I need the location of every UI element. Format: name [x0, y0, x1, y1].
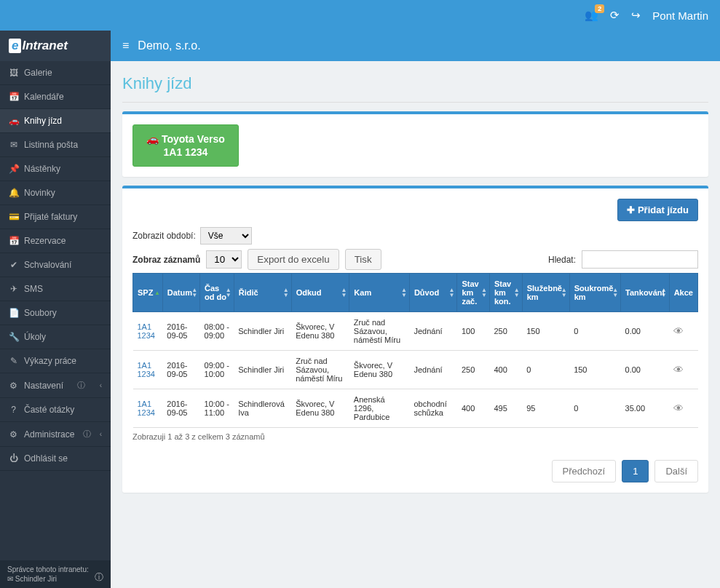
nav-icon: ⏻ [9, 453, 18, 464]
sidebar-item-6[interactable]: 💳Přijaté faktury [0, 205, 111, 229]
car-plate: 1A1 1234 [164, 146, 208, 158]
nav-icon: ✎ [9, 356, 18, 366]
view-icon[interactable]: 👁 [673, 402, 684, 414]
col-8[interactable]: Stav km kon.▲▼ [489, 274, 522, 312]
col-5[interactable]: Kam▲▼ [349, 274, 410, 312]
spz-link[interactable]: 1A1 1234 [138, 361, 155, 378]
col-12[interactable]: Akce [669, 274, 697, 312]
col-3[interactable]: Řidič▲▼ [234, 274, 291, 312]
sidebar-item-11[interactable]: 🔧Úkoly [0, 325, 111, 349]
nav-icon: ✈ [9, 284, 18, 294]
nav-label: Přijaté faktury [24, 212, 77, 222]
rides-table: SPZ▲Datum▲▼Čas od do▲▼Řidič▲▼Odkud▲▼Kam▲… [132, 273, 698, 428]
nav-label: Novinky [24, 188, 55, 198]
nav-label: Soubory [24, 308, 57, 318]
print-button[interactable]: Tisk [345, 249, 381, 270]
sidebar-item-2[interactable]: 🚗Knihy jízd [0, 109, 111, 133]
car-icon: 🚗 [146, 133, 159, 145]
menu-toggle-icon[interactable]: ≡ [122, 39, 129, 52]
col-4[interactable]: Odkud▲▼ [291, 274, 349, 312]
sidebar-item-16[interactable]: ⏻Odhlásit se [0, 447, 111, 471]
nav-icon: 🖼 [9, 68, 18, 78]
nav-label: Odhlásit se [24, 453, 68, 464]
nav-icon: ? [9, 405, 18, 415]
sidebar-item-7[interactable]: 📅Rezervace [0, 229, 111, 253]
sidebar-item-1[interactable]: 📅Kalendáře [0, 85, 111, 109]
search-input[interactable] [582, 250, 698, 269]
page-1-button[interactable]: 1 [622, 460, 649, 482]
car-name: Toyota Verso [162, 133, 225, 145]
sidebar-item-9[interactable]: ✈SMS [0, 277, 111, 301]
sidebar-item-8[interactable]: ✔Schvalování [0, 253, 111, 277]
nav-label: Administrace [24, 429, 74, 440]
sidebar-item-3[interactable]: ✉Listinná pošta [0, 133, 111, 157]
prev-button[interactable]: Předchozí [552, 460, 617, 482]
nav-label: Knihy jízd [24, 116, 62, 126]
nav-label: Úkoly [24, 332, 46, 342]
nav-icon: 🚗 [9, 116, 18, 126]
user-menu[interactable]: Pont Martin [652, 9, 708, 22]
sidebar-item-0[interactable]: 🖼Galerie [0, 61, 111, 85]
logo[interactable]: eIntranet [0, 31, 111, 61]
info-icon[interactable]: ⓘ [95, 572, 103, 584]
sidebar-item-13[interactable]: ⚙Nastaveníⓘ‹ [0, 373, 111, 398]
nav-icon: 📅 [9, 236, 18, 246]
spz-link[interactable]: 1A1 1234 [138, 322, 155, 340]
car-panel: 🚗 Toyota Verso 1A1 1234 [122, 111, 708, 177]
nav-icon: 📅 [9, 92, 18, 102]
notifications-icon[interactable]: 👥2 [585, 9, 598, 22]
nav-icon: ✉ [9, 140, 18, 150]
sidebar-item-12[interactable]: ✎Výkazy práce [0, 349, 111, 373]
nav-icon: ✔ [9, 260, 18, 270]
add-ride-button[interactable]: ✚ Přidat jízdu [617, 199, 698, 221]
company-name: Demo, s.r.o. [138, 39, 200, 52]
nav-label: SMS [24, 284, 43, 294]
table-row: 1A1 12342016-09-0509:00 - 10:00Schindler… [133, 351, 698, 389]
chevron-left-icon: ‹ [100, 430, 102, 438]
col-10[interactable]: Soukromě km▲▼ [569, 274, 620, 312]
view-icon[interactable]: 👁 [673, 325, 684, 337]
refresh-icon[interactable]: ⟳ [610, 9, 620, 22]
sidebar-footer: Správce tohoto intranetu: ✉ Schindler Ji… [0, 560, 111, 588]
nav-label: Rezervace [24, 236, 66, 246]
col-11[interactable]: Tankování▲▼ [621, 274, 670, 312]
show-label: Zobraz záznamů [132, 255, 200, 265]
pagination: Předchozí 1 Další [132, 460, 698, 482]
info-icon: ⓘ [83, 429, 91, 440]
logout-icon[interactable]: ↪ [631, 9, 641, 22]
nav-label: Galerie [24, 68, 52, 78]
nav-icon: 📄 [9, 308, 18, 318]
chevron-left-icon: ‹ [100, 381, 102, 389]
period-label: Zobrazit období: [132, 231, 196, 241]
sidebar-item-10[interactable]: 📄Soubory [0, 301, 111, 325]
subheader: ≡ Demo, s.r.o. [111, 31, 720, 61]
table-info: Zobrazuji 1 až 3 z celkem 3 záznamů [132, 428, 698, 445]
nav-label: Nástěnky [24, 164, 60, 174]
next-button[interactable]: Další [654, 460, 698, 482]
footer-admin[interactable]: ✉ Schindler Jiri [7, 574, 103, 584]
col-2[interactable]: Čas od do▲▼ [200, 274, 234, 312]
sidebar-item-5[interactable]: 🔔Novinky [0, 181, 111, 205]
sidebar-item-15[interactable]: ⚙Administraceⓘ‹ [0, 422, 111, 447]
export-button[interactable]: Export do excelu [248, 249, 339, 270]
col-7[interactable]: Stav km zač.▲▼ [457, 274, 489, 312]
view-icon[interactable]: 👁 [673, 364, 684, 376]
page-size-select[interactable]: 10 [206, 250, 242, 269]
nav-label: Schvalování [24, 260, 71, 270]
col-1[interactable]: Datum▲▼ [162, 274, 199, 312]
nav-icon: 📌 [9, 164, 18, 174]
col-6[interactable]: Důvod▲▼ [409, 274, 457, 312]
nav-icon: ⚙ [9, 429, 18, 440]
page-title: Knihy jízd [122, 70, 708, 103]
col-9[interactable]: Služebně km▲▼ [522, 274, 569, 312]
period-select[interactable]: Vše [200, 227, 252, 245]
car-pill[interactable]: 🚗 Toyota Verso 1A1 1234 [132, 124, 239, 167]
col-0[interactable]: SPZ▲ [133, 274, 163, 312]
search-label: Hledat: [548, 255, 576, 265]
sidebar-item-4[interactable]: 📌Nástěnky [0, 157, 111, 181]
spz-link[interactable]: 1A1 1234 [138, 400, 155, 417]
sidebar: eIntranet 🖼Galerie📅Kalendáře🚗Knihy jízd✉… [0, 31, 111, 588]
notification-badge: 2 [595, 4, 604, 13]
info-icon: ⓘ [77, 380, 85, 391]
sidebar-item-14[interactable]: ?Časté otázky [0, 398, 111, 422]
